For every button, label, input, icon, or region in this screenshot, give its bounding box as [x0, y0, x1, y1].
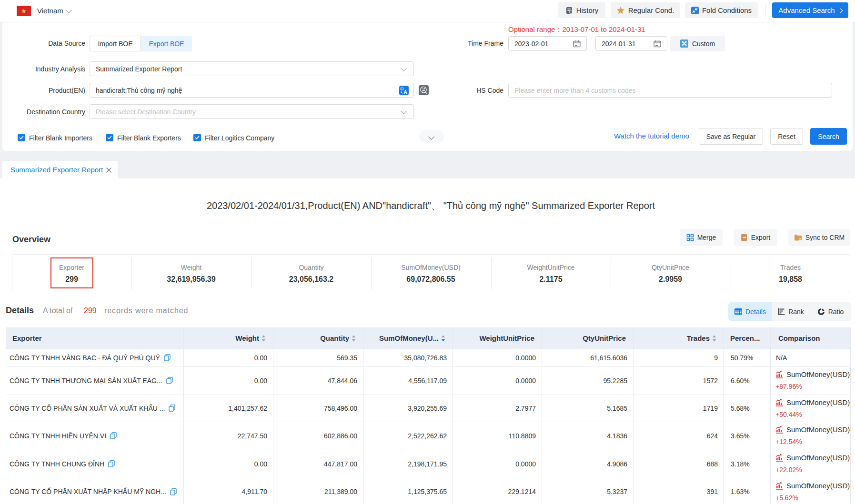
svg-text:A: A: [403, 89, 407, 95]
